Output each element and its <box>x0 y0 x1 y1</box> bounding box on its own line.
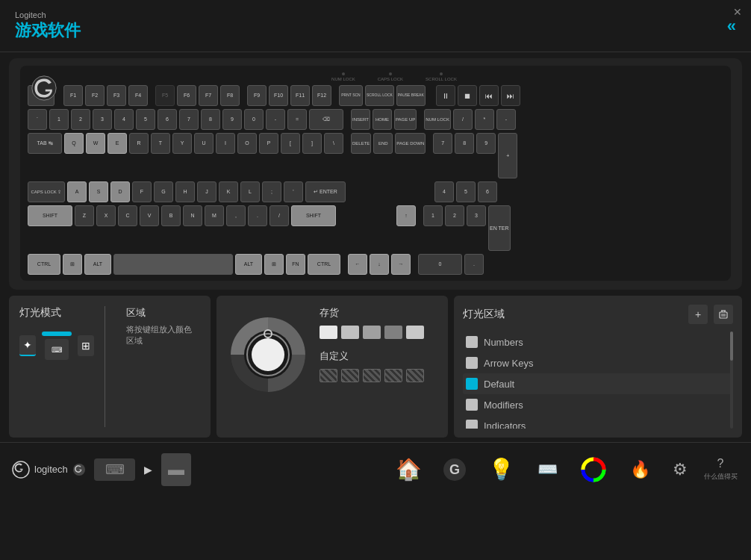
key-f12[interactable]: F12 <box>312 85 331 106</box>
key-stop[interactable]: ⏹ <box>458 85 477 106</box>
key-x[interactable]: X <box>96 205 116 226</box>
footer-nav-lighting[interactable]: 💡 <box>479 448 523 491</box>
close-button[interactable]: ✕ <box>733 6 742 18</box>
key-f9[interactable]: F9 <box>247 85 267 106</box>
key-u[interactable]: U <box>194 133 214 154</box>
stock-color-5[interactable] <box>406 326 424 339</box>
zone-item-modifiers[interactable]: Modifiers <box>463 394 733 415</box>
key-0[interactable]: 0 <box>244 109 264 130</box>
key-l[interactable]: L <box>240 181 260 202</box>
zone-item-indicators[interactable]: Indicators <box>463 415 733 429</box>
key-pause-break[interactable]: PAUSE BREAK <box>396 85 426 106</box>
custom-color-3[interactable] <box>363 369 381 382</box>
key-6[interactable]: 6 <box>158 109 177 130</box>
key-5[interactable]: 5 <box>136 109 155 130</box>
key-3[interactable]: 3 <box>93 109 112 130</box>
key-f8[interactable]: F8 <box>220 85 240 106</box>
key-numlock[interactable]: NUM LOCK <box>424 109 451 130</box>
key-arrow-left[interactable]: ← <box>348 254 367 275</box>
key-lbracket[interactable]: [ <box>281 133 300 154</box>
key-win-left[interactable]: ⊞ <box>63 254 82 275</box>
footer-nav-color[interactable] <box>572 448 615 491</box>
key-f2[interactable]: F2 <box>85 85 105 106</box>
zone-item-arrow-keys[interactable]: Arrow Keys <box>463 352 733 373</box>
zone-item-numbers[interactable]: Numbers <box>463 332 733 352</box>
key-shift-right[interactable]: SHIFT <box>291 205 336 226</box>
footer-extra-help[interactable]: ? 什么值得买 <box>702 448 739 491</box>
key-k[interactable]: K <box>219 181 238 202</box>
key-slash[interactable]: / <box>269 205 289 226</box>
lighting-icon-grid[interactable]: ⊞ <box>78 335 94 356</box>
key-period[interactable]: . <box>248 205 267 226</box>
back-button[interactable]: « <box>727 16 736 36</box>
key-i[interactable]: I <box>216 133 235 154</box>
key-prev[interactable]: ⏮ <box>479 85 499 106</box>
zone-item-default[interactable]: Default <box>463 373 733 394</box>
key-alt-left[interactable]: ALT <box>84 254 111 275</box>
key-v[interactable]: V <box>140 205 159 226</box>
key-num-7[interactable]: 7 <box>433 133 452 154</box>
key-scroll-lock[interactable]: SCROLL LOCK <box>365 85 394 106</box>
key-equals[interactable]: = <box>287 109 307 130</box>
key-num-5[interactable]: 5 <box>456 181 476 202</box>
key-insert[interactable]: INSERT <box>351 109 370 130</box>
key-space[interactable] <box>113 254 233 275</box>
key-num-1[interactable]: 1 <box>423 205 443 226</box>
key-minus[interactable]: - <box>266 109 285 130</box>
key-2[interactable]: 2 <box>71 109 90 130</box>
stock-color-3[interactable] <box>363 326 381 339</box>
key-f11[interactable]: F11 <box>290 85 310 106</box>
key-tab[interactable]: TAB ↹ <box>28 133 62 154</box>
key-num-0[interactable]: 0 <box>418 254 462 275</box>
key-f[interactable]: F <box>132 181 152 202</box>
key-w[interactable]: W <box>86 133 105 154</box>
key-f3[interactable]: F3 <box>107 85 126 106</box>
key-arrow-up[interactable]: ↑ <box>396 205 416 226</box>
key-f5[interactable]: F5 <box>155 85 175 106</box>
stock-color-4[interactable] <box>384 326 402 339</box>
zone-add-button[interactable]: + <box>688 305 708 324</box>
custom-color-1[interactable] <box>320 369 337 382</box>
zone-delete-button[interactable] <box>714 305 733 324</box>
footer-nav-home[interactable]: 🏠 <box>387 448 430 491</box>
key-arrow-down[interactable]: ↓ <box>370 254 389 275</box>
key-o[interactable]: O <box>237 133 257 154</box>
footer-nav-keyboard[interactable]: ⌨️ <box>526 448 569 491</box>
key-enter[interactable]: ↵ ENTER <box>305 181 346 202</box>
key-next[interactable]: ⏭ <box>501 85 520 106</box>
key-shift-left[interactable]: SHIFT <box>28 205 72 226</box>
key-win-right[interactable]: ⊞ <box>264 254 284 275</box>
key-semicolon[interactable]: ; <box>262 181 281 202</box>
key-num-asterisk[interactable]: * <box>475 109 494 130</box>
key-num-3[interactable]: 3 <box>467 205 486 226</box>
key-c[interactable]: C <box>118 205 137 226</box>
footer-nav-g[interactable]: G <box>433 448 476 491</box>
key-h[interactable]: H <box>175 181 195 202</box>
custom-color-2[interactable] <box>341 369 359 382</box>
key-caps-lock[interactable]: CAPS LOCK ⇪ <box>28 181 65 202</box>
key-s[interactable]: S <box>89 181 108 202</box>
key-p[interactable]: P <box>259 133 278 154</box>
custom-color-5[interactable] <box>406 369 424 382</box>
key-delete[interactable]: DELETE <box>351 133 371 154</box>
stock-color-1[interactable] <box>320 326 337 339</box>
key-j[interactable]: J <box>197 181 216 202</box>
key-num-4[interactable]: 4 <box>434 181 454 202</box>
key-1[interactable]: 1 <box>49 109 69 130</box>
key-home[interactable]: HOME <box>373 109 392 130</box>
lighting-icon-keyboard[interactable]: ⌨ <box>45 339 69 360</box>
key-m[interactable]: M <box>205 205 224 226</box>
key-page-up[interactable]: PAGE UP <box>394 109 417 130</box>
key-f7[interactable]: F7 <box>199 85 218 106</box>
key-rbracket[interactable]: ] <box>302 133 322 154</box>
key-r[interactable]: R <box>129 133 149 154</box>
key-g[interactable]: G <box>154 181 173 202</box>
key-4[interactable]: 4 <box>114 109 134 130</box>
key-y[interactable]: Y <box>172 133 192 154</box>
key-backspace[interactable]: ⌫ <box>309 109 343 130</box>
key-q[interactable]: Q <box>64 133 84 154</box>
key-quote[interactable]: ' <box>284 181 303 202</box>
key-num-del[interactable]: . <box>464 254 484 275</box>
footer-extra-fire[interactable]: 🔥 <box>621 448 658 491</box>
key-num-2[interactable]: 2 <box>445 205 464 226</box>
